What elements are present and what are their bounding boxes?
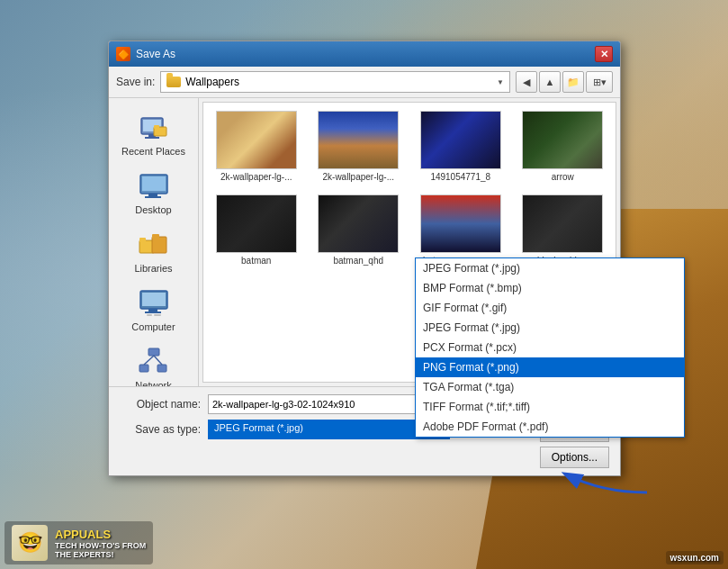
libraries-icon (138, 228, 170, 260)
svg-rect-21 (139, 365, 148, 372)
file-thumbnail (216, 194, 297, 253)
chevron-down-icon: ▼ (497, 78, 504, 86)
list-item[interactable]: 2k-wallpaper-lg-... (209, 108, 304, 185)
svg-rect-20 (148, 348, 159, 356)
sidebar-item-computer[interactable]: Computer (113, 281, 194, 338)
list-item[interactable]: batman_qhd (311, 192, 407, 268)
svg-rect-12 (152, 237, 166, 253)
svg-rect-17 (145, 312, 161, 313)
dropdown-item-jpeg[interactable]: JPEG Format (*.jpg) (416, 258, 684, 278)
save-in-label: Save in: (116, 76, 155, 88)
svg-rect-13 (152, 234, 159, 239)
svg-rect-7 (142, 176, 166, 191)
svg-rect-16 (148, 309, 157, 312)
list-item[interactable]: batman (209, 192, 304, 268)
dropdown-item-png[interactable]: PNG Format (*.png) (416, 357, 684, 377)
file-thumbnail (420, 111, 501, 169)
sidebar: Recent Places Desktop (109, 98, 199, 386)
sidebar-item-label: Network (135, 380, 171, 386)
file-thumbnail (522, 194, 603, 253)
dropdown-item-jpeg2[interactable]: JPEG Format (*.jpg) (416, 318, 684, 338)
sidebar-item-network[interactable]: Network (113, 339, 194, 386)
network-icon (138, 345, 170, 377)
dropdown-item-gif[interactable]: GIF Format (*.gif) (416, 298, 684, 318)
file-thumbnail (216, 111, 297, 169)
back-button[interactable]: ◀ (516, 71, 537, 93)
svg-rect-11 (139, 238, 146, 242)
options-button[interactable]: Options... (540, 447, 609, 468)
svg-line-23 (144, 356, 154, 365)
file-thumbnail (318, 111, 399, 169)
file-name: batman_qhd (333, 256, 383, 266)
watermark-right: wsxun.com (666, 551, 724, 564)
watermark-avatar: 🤓 (12, 525, 48, 561)
file-name: 2k-wallpaper-lg-... (323, 172, 394, 182)
save-as-type-wrapper: JPEG Format (*.jpg) ▼ (208, 420, 450, 439)
computer-icon (138, 286, 170, 319)
svg-rect-5 (154, 125, 159, 129)
file-thumbnail (522, 111, 603, 169)
file-name: batman (241, 256, 271, 266)
list-item[interactable]: arrow (516, 108, 611, 185)
folder-name: Wallpapers (185, 76, 239, 88)
dropdown-item-tga[interactable]: TGA Format (*.tga) (416, 377, 684, 397)
object-name-label: Object name: (120, 398, 201, 411)
dropdown-item-bmp[interactable]: BMP Format (*.bmp) (416, 278, 684, 298)
file-name: 1491054771_8 (430, 172, 490, 182)
sidebar-item-libraries[interactable]: Libraries (113, 222, 194, 279)
new-folder-button[interactable]: 📁 (562, 71, 584, 93)
svg-rect-18 (147, 314, 152, 316)
sidebar-item-label: Computer (131, 321, 175, 332)
svg-rect-3 (145, 137, 159, 139)
sidebar-item-desktop[interactable]: Desktop (113, 164, 194, 221)
svg-rect-8 (148, 194, 157, 196)
dialog-app-icon: 🔶 (116, 47, 130, 61)
save-as-type-label: Save as type: (120, 423, 201, 436)
dialog-toolbar: Save in: Wallpapers ▼ ◀ ▲ 📁 ⊞▾ (109, 67, 620, 98)
watermark-text: APPUALS TECH HOW-TO'S FROM THE EXPERTS! (55, 528, 146, 559)
svg-rect-15 (142, 293, 166, 306)
views-button[interactable]: ⊞▾ (586, 71, 613, 93)
file-thumbnail (318, 194, 399, 253)
folder-icon (166, 77, 181, 87)
dropdown-item-tiff[interactable]: TIFF Format (*.tif;*.tiff) (416, 397, 684, 417)
save-as-type-dropdown[interactable]: JPEG Format (*.jpg) ▼ (208, 420, 450, 439)
watermark-left: 🤓 APPUALS TECH HOW-TO'S FROM THE EXPERTS… (4, 521, 153, 564)
sidebar-item-label: Libraries (134, 263, 172, 274)
sidebar-item-recent-places[interactable]: Recent Places (113, 105, 194, 162)
file-type-dropdown-overlay: JPEG Format (*.jpg) BMP Format (*.bmp) G… (415, 257, 685, 438)
sidebar-item-label: Recent Places (121, 146, 185, 157)
list-item[interactable]: 2k-wallpaper-lg-... (311, 108, 407, 185)
save-as-dialog: 🔶 Save As ✕ Save in: Wallpapers ▼ ◀ ▲ 📁 … (108, 41, 621, 476)
sidebar-item-label: Desktop (135, 204, 171, 215)
file-name: 2k-wallpaper-lg-... (220, 172, 292, 182)
dropdown-item-pcx[interactable]: PCX Format (*.pcx) (416, 338, 684, 357)
file-grid: 2k-wallpaper-lg-... 2k-wallpaper-lg-... … (209, 108, 610, 268)
recent-places-icon (138, 111, 170, 143)
file-name: arrow (552, 172, 574, 182)
file-thumbnail (420, 194, 501, 253)
nav-buttons: ◀ ▲ 📁 ⊞▾ (516, 71, 613, 93)
svg-rect-22 (157, 365, 166, 372)
close-button[interactable]: ✕ (595, 46, 613, 62)
dialog-titlebar: 🔶 Save As ✕ (109, 41, 620, 67)
folder-location-dropdown[interactable]: Wallpapers ▼ (160, 71, 510, 93)
up-button[interactable]: ▲ (539, 71, 561, 93)
list-item[interactable]: 1491054771_8 (413, 108, 508, 185)
desktop-icon (138, 169, 170, 202)
svg-rect-19 (154, 314, 161, 316)
svg-line-24 (154, 356, 162, 365)
dropdown-item-pdf[interactable]: Adobe PDF Format (*.pdf) (416, 417, 684, 437)
dialog-title: Save As (136, 48, 175, 60)
object-name-input[interactable] (208, 394, 450, 414)
svg-rect-9 (145, 196, 161, 198)
titlebar-left: 🔶 Save As (116, 47, 175, 61)
